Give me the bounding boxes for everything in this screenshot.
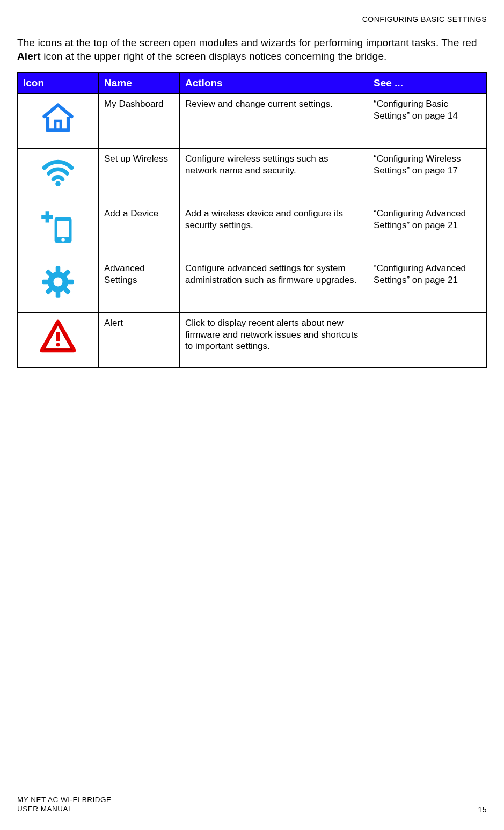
table-row: Set up Wireless Configure wireless setti… (18, 149, 487, 203)
intro-text-1: The icons at the top of the screen open … (17, 37, 477, 48)
cell-actions: Add a wireless device and configure its … (180, 203, 368, 258)
intro-bold-alert: Alert (17, 50, 41, 62)
table-row: Advanced Settings Configure advanced set… (18, 258, 487, 313)
intro-text-2: icon at the upper right of the screen di… (41, 50, 387, 62)
cell-name: Set up Wireless (99, 149, 180, 203)
svg-point-6 (61, 238, 64, 242)
intro-paragraph: The icons at the top of the screen open … (17, 37, 487, 63)
th-icon: Icon (18, 73, 99, 94)
table-row: Alert Click to display recent alerts abo… (18, 313, 487, 368)
table-header-row: Icon Name Actions See ... (18, 73, 487, 94)
page: CONFIGURING BASIC SETTINGS The icons at … (0, 0, 504, 830)
cell-actions: Click to display recent alerts about new… (180, 313, 368, 368)
svg-point-16 (54, 278, 63, 287)
cell-see: “Configuring Advanced Settings” on page … (368, 203, 487, 258)
table-row: Add a Device Add a wireless device and c… (18, 203, 487, 258)
icon-table: Icon Name Actions See ... My Dashboard R… (17, 72, 487, 368)
cell-name: Add a Device (99, 203, 180, 258)
page-footer: MY NET AC WI-FI BRIDGE USER MANUAL 15 (17, 795, 487, 814)
cell-see: “Configuring Advanced Settings” on page … (368, 258, 487, 313)
svg-rect-17 (56, 332, 60, 341)
gear-icon (40, 264, 76, 300)
th-name: Name (99, 73, 180, 94)
svg-point-18 (56, 343, 60, 347)
table-row: My Dashboard Review and change current s… (18, 94, 487, 149)
svg-rect-8 (56, 266, 61, 273)
cell-see (368, 313, 487, 368)
home-icon (40, 99, 76, 136)
cell-see: “Configuring Basic Settings” on page 14 (368, 94, 487, 149)
cell-icon (18, 258, 99, 313)
svg-point-1 (55, 181, 61, 187)
th-actions: Actions (180, 73, 368, 94)
cell-name: Alert (99, 313, 180, 368)
cell-see: “Configuring Wireless Settings” on page … (368, 149, 487, 203)
wifi-icon (40, 154, 76, 191)
cell-name: Advanced Settings (99, 258, 180, 313)
cell-icon (18, 203, 99, 258)
add-device-icon (40, 209, 76, 245)
page-number: 15 (478, 805, 487, 814)
svg-rect-3 (41, 215, 53, 219)
section-header: CONFIGURING BASIC SETTINGS (362, 15, 487, 24)
svg-rect-5 (57, 221, 69, 237)
cell-icon (18, 149, 99, 203)
footer-left: MY NET AC WI-FI BRIDGE USER MANUAL (17, 795, 112, 814)
cell-name: My Dashboard (99, 94, 180, 149)
svg-rect-9 (56, 291, 61, 298)
footer-product: MY NET AC WI-FI BRIDGE (17, 795, 112, 805)
cell-actions: Review and change current settings. (180, 94, 368, 149)
cell-icon (18, 94, 99, 149)
svg-rect-10 (42, 280, 49, 285)
svg-rect-0 (55, 121, 61, 130)
cell-icon (18, 313, 99, 368)
alert-icon (40, 318, 76, 355)
footer-doc: USER MANUAL (17, 804, 112, 814)
svg-rect-11 (67, 280, 74, 285)
cell-actions: Configure wireless settings such as netw… (180, 149, 368, 203)
th-see: See ... (368, 73, 487, 94)
cell-actions: Configure advanced settings for system a… (180, 258, 368, 313)
